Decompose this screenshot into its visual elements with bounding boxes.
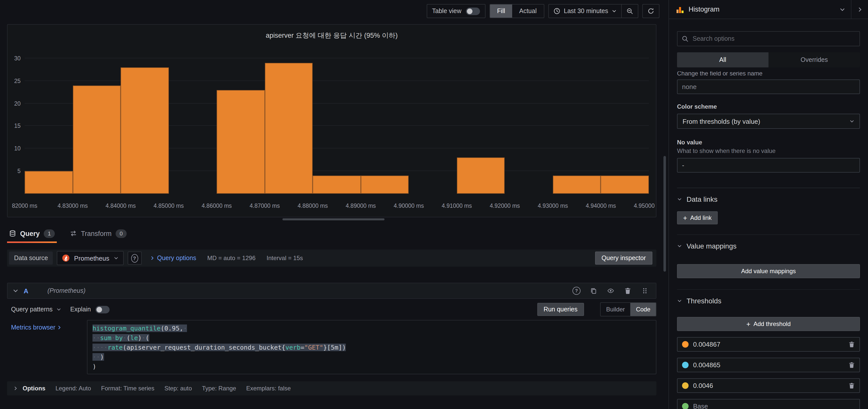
query-help-button[interactable]: ? [570, 285, 583, 297]
add-value-mappings-label: Add value mappings [741, 268, 796, 275]
threshold-color-dot[interactable] [682, 403, 688, 409]
datasource-help-button[interactable]: ? [127, 252, 142, 265]
collapse-sidebar-button[interactable] [851, 0, 868, 19]
query-options-toggle[interactable]: Query options [150, 255, 196, 262]
delete-threshold-button[interactable] [848, 341, 855, 348]
run-queries-button[interactable]: Run queries [537, 303, 584, 316]
metrics-browser-label: Metrics browser [11, 324, 55, 331]
add-threshold-label: Add threshold [753, 320, 790, 327]
value-mappings-title: Value mappings [687, 242, 737, 250]
trash-icon [624, 287, 631, 294]
fill-button[interactable]: Fill [490, 4, 512, 18]
builder-button[interactable]: Builder [600, 303, 630, 316]
horizontal-scrollbar[interactable] [282, 218, 384, 220]
display-name-input[interactable] [677, 80, 860, 94]
clock-icon [553, 7, 560, 14]
chevron-down-icon [612, 8, 617, 13]
value-mappings-section-header[interactable]: Value mappings [677, 242, 860, 250]
table-view-toggle[interactable] [466, 7, 480, 15]
panel-options-sidebar: Histogram All Overrides Change the field… [669, 0, 868, 409]
gridline [25, 58, 649, 58]
transform-count-badge: 0 [116, 229, 127, 238]
copy-icon [590, 287, 597, 294]
fill-actual-segment: Fill Actual [490, 4, 544, 18]
actual-button[interactable]: Actual [512, 4, 544, 18]
refresh-button[interactable] [642, 4, 659, 18]
x-tick-label: 4.85000 ms [154, 203, 184, 209]
promql-code-editor[interactable]: histogram_quantile(0.95,···sum·by·(le)·(… [87, 320, 656, 374]
collapse-query-icon[interactable] [12, 288, 19, 294]
y-axis: 51015202530 [7, 54, 25, 194]
add-link-button[interactable]: Add link [677, 211, 718, 224]
color-scheme-select[interactable]: From thresholds (by value) [677, 114, 860, 129]
panel-title: apiserver 요청에 대한 응답 시간 (95% 이하) [7, 25, 656, 40]
histogram-viz-icon [676, 5, 684, 13]
vertical-scrollbar[interactable] [663, 156, 666, 272]
hide-query-button[interactable] [604, 285, 617, 297]
histogram-bar [553, 176, 601, 194]
delete-query-button[interactable] [622, 285, 634, 297]
tab-transform[interactable]: Transform 0 [68, 225, 129, 241]
histogram-bar [73, 86, 121, 194]
query-inspector-button[interactable]: Query inspector [595, 252, 652, 265]
duplicate-query-button[interactable] [588, 285, 599, 297]
y-tick-label: 5 [8, 168, 21, 174]
exemplars-summary: Exemplars: false [246, 385, 291, 392]
zoom-out-button[interactable] [621, 4, 638, 18]
database-icon [9, 230, 16, 237]
query-ref-id[interactable]: A [24, 287, 28, 295]
threshold-row: 0.0046 [677, 378, 860, 393]
search-options-input[interactable] [677, 31, 860, 46]
drag-handle[interactable] [639, 285, 651, 297]
no-value-input[interactable] [677, 158, 860, 173]
prometheus-icon [62, 254, 70, 262]
threshold-color-dot[interactable] [682, 362, 688, 368]
histogram-bar [217, 90, 265, 194]
datasource-picker[interactable]: Prometheus [57, 251, 123, 265]
histogram-bar [121, 67, 168, 194]
section-divider [677, 234, 860, 235]
tab-overrides[interactable]: Overrides [769, 52, 860, 67]
delete-threshold-button[interactable] [848, 362, 855, 368]
add-value-mappings-button[interactable]: Add value mappings [677, 264, 860, 278]
code-button[interactable]: Code [630, 303, 656, 316]
delete-threshold-button[interactable] [848, 382, 855, 389]
zoom-out-icon [626, 7, 633, 14]
threshold-color-dot[interactable] [682, 382, 688, 389]
visualization-picker: Histogram [669, 0, 868, 19]
x-tick-label: 4.90000 ms [394, 203, 424, 209]
threshold-list: 0.0048670.0048650.0046Base [677, 337, 860, 409]
tab-query[interactable]: Query 1 [7, 225, 57, 241]
data-links-section-header[interactable]: Data links [677, 195, 860, 203]
add-threshold-button[interactable]: Add threshold [677, 317, 860, 331]
threshold-row: 0.004867 [677, 337, 860, 352]
thresholds-section-header[interactable]: Thresholds [677, 297, 860, 305]
gridline [25, 81, 649, 81]
explain-toggle[interactable] [95, 305, 109, 313]
metrics-browser-link[interactable]: Metrics browser [11, 324, 62, 331]
chevron-right-icon [857, 6, 863, 12]
add-link-label: Add link [690, 214, 711, 221]
grafana-panel-editor: Table view Fill Actual Last 30 minutes a… [0, 0, 868, 409]
section-divider [677, 289, 860, 290]
max-data-points: MD = auto = 1296 [207, 255, 255, 262]
tab-all[interactable]: All [677, 52, 769, 67]
time-range-picker[interactable]: Last 30 minutes [548, 4, 622, 18]
no-value-label: No value [677, 139, 860, 146]
chevron-down-icon[interactable] [839, 6, 845, 12]
options-toggle[interactable]: Options [13, 385, 45, 392]
chevron-right-icon [57, 325, 62, 330]
threshold-value: 0.0046 [693, 382, 844, 389]
chevron-down-icon [677, 197, 682, 202]
x-tick-label: 4.92000 ms [490, 203, 520, 209]
datasource-name: Prometheus [74, 254, 109, 262]
format-summary: Format: Time series [101, 385, 154, 392]
code-line: ··sum·by·(le)·( [92, 333, 651, 343]
threshold-row: 0.004865 [677, 358, 860, 372]
query-datasource-hint: (Prometheus) [48, 287, 86, 294]
code-line: histogram_quantile(0.95,· [92, 323, 651, 333]
threshold-color-dot[interactable] [682, 341, 688, 348]
histogram-panel: apiserver 요청에 대한 응답 시간 (95% 이하) 51015202… [7, 24, 656, 217]
datasource-label: Data source [9, 252, 53, 265]
query-patterns-dropdown[interactable]: Query patterns [7, 306, 61, 313]
